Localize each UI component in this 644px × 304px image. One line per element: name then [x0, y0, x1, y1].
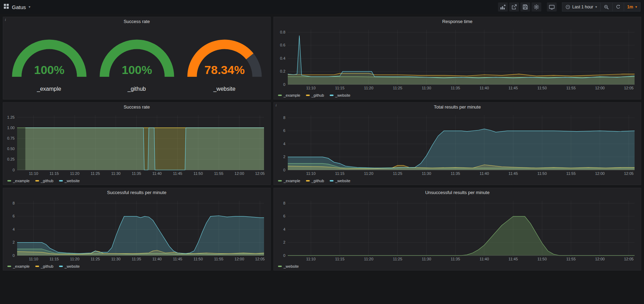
legend-item-github[interactable]: _github: [306, 179, 324, 183]
gauge-svg: 100%: [93, 34, 181, 84]
gauge-svg: 100%: [6, 34, 93, 84]
legend-item-github[interactable]: _github: [35, 179, 53, 183]
panel-title[interactable]: Successful results per minute: [3, 188, 270, 197]
x-tick-label: 11:50: [537, 257, 547, 261]
row-2: Success rate 00.250.500.751.001.2511:101…: [3, 102, 641, 185]
successful-results-chart[interactable]: 0246811:1011:1511:2011:2511:3011:3511:40…: [5, 197, 269, 262]
dashboard-title[interactable]: Gatus: [12, 4, 26, 10]
refresh-button[interactable]: [612, 2, 624, 12]
x-tick-label: 11:35: [451, 257, 460, 261]
x-tick-label: 12:05: [624, 86, 634, 90]
x-tick-label: 11:20: [364, 257, 373, 261]
x-tick-label: 11:20: [364, 86, 373, 90]
legend-item-github[interactable]: _github: [35, 264, 53, 268]
refresh-interval-label: 1m: [627, 5, 633, 9]
y-tick-label: 8: [13, 201, 15, 205]
legend-swatch: [7, 180, 11, 181]
legend-item-website[interactable]: _website: [330, 179, 350, 183]
x-tick-label: 11:15: [50, 171, 59, 176]
x-tick-label: 11:30: [422, 257, 431, 261]
x-tick-label: 11:40: [480, 86, 489, 90]
caret-down-icon[interactable]: ▾: [29, 5, 30, 9]
response_time-svg: 00.20.40.60.811:1011:1511:2011:2511:3011…: [275, 26, 639, 91]
legend-swatch: [330, 95, 334, 96]
legend-swatch: [35, 266, 39, 267]
y-tick-label: 0.75: [7, 136, 15, 140]
x-tick-label: 11:35: [132, 257, 141, 261]
y-tick-label: 2: [13, 240, 15, 244]
x-tick-label: 11:35: [132, 171, 141, 176]
legend-label: _example: [284, 179, 300, 183]
panel-title[interactable]: Unsuccessful results per minute: [274, 188, 641, 197]
info-icon[interactable]: i: [276, 103, 277, 107]
x-tick-label: 11:50: [537, 86, 547, 90]
success-rate-chart[interactable]: 00.250.500.751.001.2511:1011:1511:2011:2…: [5, 112, 269, 177]
panel-title[interactable]: Response time: [274, 17, 641, 26]
y-tick-label: 8: [283, 201, 285, 205]
legend-label: _github: [312, 93, 324, 97]
x-tick-label: 11:30: [111, 257, 120, 261]
navbar: Gatus ▾ Last 1 hour ▾: [0, 0, 644, 14]
caret-down-icon: ▾: [635, 5, 637, 9]
legend-item-website[interactable]: _website: [59, 179, 80, 183]
x-tick-label: 11:20: [70, 257, 80, 261]
y-tick-label: 6: [13, 214, 15, 218]
x-tick-label: 11:10: [306, 257, 316, 261]
gauge-github: 100% _github: [93, 34, 181, 92]
x-tick-label: 12:00: [595, 171, 605, 176]
unsuccessful_results-svg: 0246811:1011:1511:2011:2511:3011:3511:40…: [275, 197, 639, 262]
chart-legend: _example_github_website: [274, 177, 641, 185]
y-tick-label: 2: [283, 155, 285, 159]
legend-swatch: [59, 266, 63, 267]
gauge-svg: 78.34%: [181, 34, 268, 84]
add-panel-button[interactable]: [498, 2, 508, 12]
total-results-chart[interactable]: 0246811:1011:1511:2011:2511:3011:3511:40…: [275, 112, 639, 177]
chart-legend: _example_github_website: [3, 177, 270, 185]
legend-label: _example: [13, 179, 30, 183]
x-tick-label: 12:05: [624, 257, 634, 261]
x-tick-label: 11:45: [508, 171, 518, 176]
x-tick-label: 11:10: [29, 171, 38, 176]
gauge-label: _example: [37, 86, 61, 92]
save-icon[interactable]: [520, 2, 530, 12]
info-icon[interactable]: i: [5, 17, 6, 22]
y-tick-label: 4: [283, 142, 285, 146]
x-tick-label: 11:45: [508, 257, 518, 261]
y-tick-label: 0: [13, 168, 15, 172]
legend-item-example[interactable]: _example: [7, 264, 30, 268]
panel-title[interactable]: Success rate: [3, 17, 270, 26]
legend-swatch: [278, 95, 282, 96]
legend-swatch: [59, 180, 63, 181]
legend-item-example[interactable]: _example: [278, 93, 300, 97]
legend-item-github[interactable]: _github: [306, 93, 324, 97]
response-time-chart[interactable]: 00.20.40.60.811:1011:1511:2011:2511:3011…: [275, 26, 639, 91]
time-range-picker[interactable]: Last 1 hour ▾: [562, 2, 601, 12]
legend-item-example[interactable]: _example: [278, 179, 300, 183]
tv-mode-icon[interactable]: [547, 2, 557, 12]
zoom-out-button[interactable]: [600, 2, 613, 12]
legend-swatch: [7, 266, 11, 267]
settings-gear-icon[interactable]: [532, 2, 541, 12]
x-tick-label: 11:15: [335, 86, 345, 90]
refresh-interval-picker[interactable]: 1m ▾: [624, 2, 641, 12]
x-tick-label: 11:20: [364, 171, 373, 176]
x-tick-label: 11:55: [214, 171, 224, 176]
x-tick-label: 11:35: [451, 171, 460, 176]
legend-item-website[interactable]: _website: [330, 93, 350, 97]
legend-item-website[interactable]: _website: [59, 264, 80, 268]
panel-title[interactable]: Total results per minute: [274, 103, 641, 112]
x-tick-label: 11:55: [566, 257, 576, 261]
y-tick-label: 4: [13, 227, 15, 231]
legend-item-example[interactable]: _example: [7, 179, 30, 183]
time-range-label: Last 1 hour: [572, 5, 593, 9]
navbar-left: Gatus ▾: [3, 3, 30, 10]
legend-item-website[interactable]: _website: [278, 264, 299, 268]
dashboard-grid: i Success rate 100% _example 100% _githu…: [0, 14, 644, 276]
share-icon[interactable]: [509, 2, 519, 12]
panel-title[interactable]: Success rate: [3, 103, 270, 112]
dashboard-grid-icon[interactable]: [3, 3, 9, 10]
chart-legend: _example_github_website: [3, 262, 270, 270]
clock-icon: [565, 5, 570, 9]
unsuccessful-results-chart[interactable]: 0246811:1011:1511:2011:2511:3011:3511:40…: [275, 197, 639, 262]
legend-label: _website: [335, 93, 350, 97]
